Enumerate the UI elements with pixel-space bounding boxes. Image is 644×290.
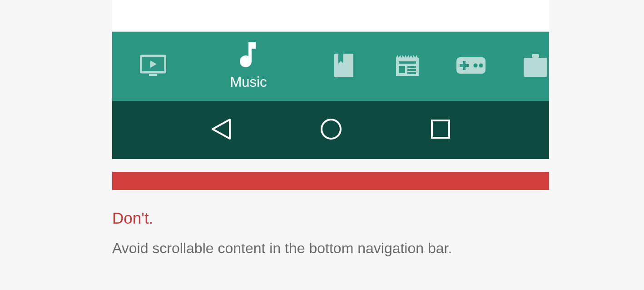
caption-area: Don't. Avoid scrollable content in the b… — [112, 190, 549, 259]
music-note-icon — [238, 42, 258, 70]
svg-rect-7 — [407, 66, 416, 68]
svg-rect-12 — [460, 64, 469, 67]
nav-item-label: Music — [230, 74, 267, 90]
bottom-navigation-bar: Music — [112, 32, 549, 101]
svg-rect-16 — [524, 58, 547, 77]
recents-button[interactable] — [431, 119, 451, 141]
svg-rect-9 — [407, 72, 416, 74]
caption-text: Avoid scrollable content in the bottom n… — [112, 238, 549, 259]
svg-rect-18 — [432, 120, 449, 138]
svg-point-13 — [474, 64, 478, 68]
nav-item-games[interactable] — [439, 57, 503, 75]
shopping-bag-icon — [524, 54, 547, 79]
svg-rect-6 — [399, 66, 405, 73]
home-button[interactable] — [320, 118, 342, 142]
back-triangle-icon — [211, 118, 232, 142]
video-play-icon — [140, 54, 166, 79]
svg-point-14 — [479, 64, 483, 68]
gamepad-icon — [456, 57, 485, 75]
svg-rect-5 — [399, 61, 416, 64]
dont-label: Don't. — [112, 209, 549, 227]
android-system-bar — [112, 101, 549, 159]
phone-mockup: Music — [112, 0, 549, 159]
svg-rect-15 — [532, 54, 539, 58]
svg-rect-8 — [407, 69, 416, 71]
newspaper-icon — [395, 54, 420, 79]
nav-item-news[interactable] — [376, 54, 439, 79]
recents-square-icon — [431, 119, 451, 141]
svg-point-17 — [322, 120, 341, 139]
nav-item-shop[interactable] — [513, 54, 549, 79]
nav-item-music[interactable]: Music — [185, 42, 312, 90]
nav-item-video[interactable] — [121, 54, 185, 79]
dont-indicator-bar — [112, 172, 549, 190]
nav-item-books[interactable] — [312, 54, 376, 79]
home-circle-icon — [320, 118, 342, 142]
bookmark-icon — [334, 54, 353, 79]
content-area — [112, 0, 549, 32]
svg-point-4 — [240, 55, 252, 67]
back-button[interactable] — [211, 118, 232, 142]
svg-rect-1 — [149, 74, 157, 76]
